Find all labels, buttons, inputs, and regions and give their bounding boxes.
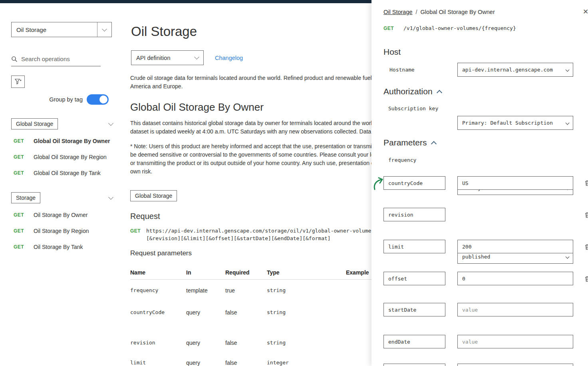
param-name-input-revision[interactable] [383, 208, 445, 221]
sidebar-op-global-oil-storage-by-tank[interactable]: GET Global Oil Storage By Tank [14, 169, 125, 177]
group-by-tag-label: Group by tag [49, 96, 83, 103]
sidebar-op-oil-storage-by-tank[interactable]: GET Oil Storage By Tank [14, 243, 125, 251]
operations-sidebar: Oil Storage Group by tag Glob [0, 3, 125, 251]
param-in: template [186, 287, 225, 294]
api-definition-select[interactable]: API definition [131, 50, 204, 65]
param-name: limit [130, 360, 186, 366]
param-required: false [225, 360, 267, 366]
try-it-console-panel: Oil Storage/Global Oil Storage By Owner … [371, 0, 588, 366]
method-badge: GET [14, 169, 34, 177]
param-name-input-countrycode[interactable] [383, 176, 445, 190]
collapse-chevron-up-icon[interactable] [431, 141, 436, 146]
param-name-input-startdate[interactable] [383, 303, 445, 316]
sidebar-op-global-oil-storage-by-owner[interactable]: GET Global Oil Storage By Owner [14, 137, 125, 145]
sidebar-op-oil-storage-by-owner[interactable]: GET Oil Storage By Owner [14, 211, 125, 219]
collapse-chevron-up-icon[interactable] [437, 90, 442, 95]
subscription-key-select[interactable]: Primary: Default Subscription [457, 116, 573, 130]
delete-param-button[interactable] [584, 212, 588, 219]
hostname-select[interactable]: api-dev.internal.genscape.com [457, 63, 573, 77]
breadcrumb: Oil Storage/Global Oil Storage By Owner [383, 9, 495, 15]
chevron-down-icon [566, 68, 570, 72]
host-heading-text: Host [383, 47, 401, 57]
hostname-value: api-dev.internal.genscape.com [462, 67, 553, 73]
method-badge: GET [14, 211, 34, 219]
operation-label: Global Oil Storage By Region [34, 153, 111, 161]
breadcrumb-separator: / [416, 9, 417, 15]
param-required: false [225, 340, 267, 346]
col-header-type: Type [267, 269, 346, 276]
operation-label: Oil Storage By Tank [34, 243, 111, 251]
toggle-knob [99, 95, 107, 103]
param-name-input-enddate[interactable] [383, 335, 445, 348]
group-by-tag-row: Group by tag [0, 94, 125, 105]
param-name-input-limit[interactable] [383, 240, 445, 253]
param-type: string [267, 309, 346, 315]
api-select-value: Oil Storage [12, 22, 97, 37]
param-in: query [186, 360, 225, 366]
changelog-link[interactable]: Changelog [215, 55, 243, 61]
tag-group-global-storage[interactable]: Global Storage [11, 118, 113, 129]
subscription-key-label: Subscription key [388, 105, 438, 111]
delete-param-button[interactable] [584, 244, 588, 251]
param-type: integer [267, 360, 346, 366]
authorization-heading-text: Authorization [383, 87, 433, 96]
api-definition-value: API definition [136, 55, 170, 61]
chevron-down-icon [102, 26, 107, 32]
subscription-key-value: Primary: Default Subscription [462, 120, 553, 126]
operation-label: Oil Storage By Region [34, 227, 111, 235]
param-name-input-offset[interactable] [383, 272, 445, 285]
chevron-down-icon [566, 121, 570, 125]
sidebar-op-oil-storage-by-region[interactable]: GET Oil Storage By Region [14, 227, 125, 235]
search-icon [11, 56, 18, 62]
param-value-input-startdate[interactable] [457, 303, 573, 316]
hostname-label: Hostname [389, 67, 415, 73]
host-heading: Host [383, 47, 401, 57]
tag-group-label[interactable]: Storage [11, 192, 40, 203]
param-value-input-limit[interactable] [457, 240, 573, 253]
filter-icon [15, 79, 22, 85]
method-badge: GET [14, 153, 34, 161]
param-required: false [225, 309, 267, 316]
param-value-input-offset[interactable] [457, 272, 573, 285]
api-select[interactable]: Oil Storage [11, 22, 112, 37]
close-icon[interactable]: ✕ [583, 8, 588, 16]
method-badge: GET [383, 26, 394, 31]
delete-param-button[interactable] [584, 180, 588, 187]
param-name-input-partial[interactable] [383, 364, 445, 366]
group-by-tag-toggle[interactable] [87, 94, 109, 105]
sidebar-op-global-oil-storage-by-region[interactable]: GET Global Oil Storage By Region [14, 153, 125, 161]
search-operations[interactable] [11, 56, 101, 66]
frequency-param-label: frequency [388, 157, 416, 163]
method-badge: GET [14, 243, 34, 251]
request-path: /v1/global-owner-volumes/{frequency} [403, 25, 516, 31]
tag-group-storage[interactable]: Storage [11, 192, 113, 203]
operation-label: Global Oil Storage By Owner [34, 137, 111, 145]
operation-label: Oil Storage By Owner [34, 211, 111, 219]
param-in: query [186, 340, 225, 346]
param-value-input-enddate[interactable] [457, 335, 573, 348]
method-badge: GET [14, 227, 34, 235]
operation-label: Global Oil Storage By Tank [34, 169, 111, 177]
tag-chip-global-storage[interactable]: Global Storage [130, 190, 177, 201]
param-type: string [267, 287, 346, 293]
filter-button[interactable] [11, 76, 25, 88]
param-value-input-countrycode[interactable] [457, 176, 573, 190]
param-required: true [225, 287, 267, 294]
param-type: string [267, 340, 346, 346]
breadcrumb-api-link[interactable]: Oil Storage [383, 9, 413, 15]
col-header-required: Required [225, 269, 267, 276]
parameters-heading-text: Parameters [383, 138, 427, 147]
chevron-down-icon[interactable] [108, 195, 113, 200]
chevron-down-icon [194, 54, 199, 60]
param-name: revision [130, 340, 186, 346]
page: Oil Storage Group by tag Glob [0, 0, 588, 366]
trash-icon [584, 180, 588, 186]
chevron-down-icon[interactable] [108, 121, 113, 126]
method-badge: GET [14, 137, 34, 145]
api-select-caret[interactable] [97, 22, 111, 37]
tag-group-label[interactable]: Global Storage [11, 118, 58, 129]
param-value-input-partial[interactable] [457, 364, 573, 366]
revision-value: published [462, 254, 490, 260]
search-input[interactable] [21, 56, 89, 62]
delete-param-button[interactable] [584, 276, 588, 283]
